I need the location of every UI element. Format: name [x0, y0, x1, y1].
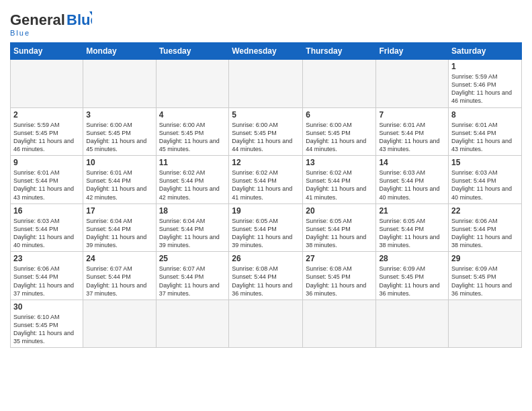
calendar-day-3: 3Sunrise: 6:00 AMSunset: 5:45 PMDaylight… [83, 107, 156, 156]
day-header-wednesday: Wednesday [229, 43, 303, 60]
calendar-day-9: 9Sunrise: 6:01 AMSunset: 5:44 PMDaylight… [11, 156, 83, 204]
calendar-day-28: 28Sunrise: 6:09 AMSunset: 5:45 PMDayligh… [376, 252, 449, 300]
day-number: 29 [451, 254, 519, 263]
day-info: Sunrise: 6:08 AMSunset: 5:45 PMDaylight:… [306, 265, 373, 298]
calendar-day-5: 5Sunrise: 6:00 AMSunset: 5:45 PMDaylight… [229, 107, 303, 156]
day-info: Sunrise: 6:08 AMSunset: 5:44 PMDaylight:… [232, 265, 300, 298]
day-header-friday: Friday [376, 43, 449, 60]
day-header-tuesday: Tuesday [156, 43, 229, 60]
calendar-week-6: 30Sunrise: 6:10 AMSunset: 5:45 PMDayligh… [11, 300, 522, 348]
day-number: 24 [86, 254, 152, 263]
svg-text:Blue: Blue [66, 11, 92, 28]
calendar-day-empty [229, 60, 303, 108]
calendar-header-row: SundayMondayTuesdayWednesdayThursdayFrid… [11, 43, 522, 60]
day-number: 25 [159, 254, 226, 263]
day-info: Sunrise: 6:01 AMSunset: 5:44 PMDaylight:… [86, 169, 152, 201]
day-info: Sunrise: 6:04 AMSunset: 5:44 PMDaylight:… [159, 217, 226, 250]
calendar-week-2: 2Sunrise: 5:59 AMSunset: 5:45 PMDaylight… [11, 107, 522, 156]
calendar-day-7: 7Sunrise: 6:01 AMSunset: 5:44 PMDaylight… [376, 107, 449, 156]
day-number: 17 [86, 206, 152, 216]
day-info: Sunrise: 6:06 AMSunset: 5:44 PMDaylight:… [13, 265, 80, 298]
day-number: 30 [13, 302, 80, 312]
calendar-day-16: 16Sunrise: 6:03 AMSunset: 5:44 PMDayligh… [11, 203, 83, 252]
calendar-week-3: 9Sunrise: 6:01 AMSunset: 5:44 PMDaylight… [11, 156, 522, 204]
day-number: 10 [86, 158, 152, 167]
logo: General Blue Blue [10, 7, 92, 37]
day-number: 18 [159, 206, 226, 216]
day-info: Sunrise: 6:00 AMSunset: 5:45 PMDaylight:… [159, 121, 226, 154]
day-number: 1 [451, 62, 519, 71]
day-number: 11 [159, 158, 226, 167]
calendar-day-27: 27Sunrise: 6:08 AMSunset: 5:45 PMDayligh… [303, 252, 376, 300]
calendar-day-empty [376, 300, 449, 348]
day-number: 13 [306, 158, 373, 167]
calendar-day-empty [156, 60, 229, 108]
calendar-day-24: 24Sunrise: 6:07 AMSunset: 5:44 PMDayligh… [83, 252, 156, 300]
day-number: 5 [232, 110, 300, 120]
calendar-day-20: 20Sunrise: 6:05 AMSunset: 5:44 PMDayligh… [303, 203, 376, 252]
calendar-week-1: 1Sunrise: 5:59 AMSunset: 5:46 PMDaylight… [11, 60, 522, 108]
day-info: Sunrise: 6:06 AMSunset: 5:44 PMDaylight:… [451, 217, 519, 250]
day-header-sunday: Sunday [11, 43, 83, 60]
day-info: Sunrise: 6:00 AMSunset: 5:45 PMDaylight:… [86, 121, 152, 154]
calendar-day-21: 21Sunrise: 6:05 AMSunset: 5:44 PMDayligh… [376, 203, 449, 252]
logo-tagline: Blue [10, 29, 30, 37]
day-number: 2 [13, 110, 80, 120]
calendar-day-4: 4Sunrise: 6:00 AMSunset: 5:45 PMDaylight… [156, 107, 229, 156]
day-info: Sunrise: 6:05 AMSunset: 5:44 PMDaylight:… [306, 217, 373, 250]
day-info: Sunrise: 6:00 AMSunset: 5:45 PMDaylight:… [232, 121, 300, 154]
calendar-day-empty [11, 60, 83, 108]
calendar-day-empty [229, 300, 303, 348]
calendar-day-14: 14Sunrise: 6:03 AMSunset: 5:44 PMDayligh… [376, 156, 449, 204]
calendar-day-18: 18Sunrise: 6:04 AMSunset: 5:44 PMDayligh… [156, 203, 229, 252]
day-number: 7 [379, 110, 445, 120]
day-info: Sunrise: 6:00 AMSunset: 5:45 PMDaylight:… [306, 121, 373, 154]
day-info: Sunrise: 6:03 AMSunset: 5:44 PMDaylight:… [379, 169, 445, 201]
day-number: 28 [379, 254, 445, 263]
calendar-week-5: 23Sunrise: 6:06 AMSunset: 5:44 PMDayligh… [11, 252, 522, 300]
calendar-day-17: 17Sunrise: 6:04 AMSunset: 5:44 PMDayligh… [83, 203, 156, 252]
calendar-day-empty [303, 60, 376, 108]
day-info: Sunrise: 6:05 AMSunset: 5:44 PMDaylight:… [379, 217, 445, 250]
calendar-day-12: 12Sunrise: 6:02 AMSunset: 5:44 PMDayligh… [229, 156, 303, 204]
calendar-day-19: 19Sunrise: 6:05 AMSunset: 5:44 PMDayligh… [229, 203, 303, 252]
calendar-day-2: 2Sunrise: 5:59 AMSunset: 5:45 PMDaylight… [11, 107, 83, 156]
calendar-day-empty [376, 60, 449, 108]
day-info: Sunrise: 6:05 AMSunset: 5:44 PMDaylight:… [232, 217, 300, 250]
day-number: 12 [232, 158, 300, 167]
calendar-day-10: 10Sunrise: 6:01 AMSunset: 5:44 PMDayligh… [83, 156, 156, 204]
day-info: Sunrise: 6:09 AMSunset: 5:45 PMDaylight:… [451, 265, 519, 298]
day-header-thursday: Thursday [303, 43, 376, 60]
day-info: Sunrise: 6:01 AMSunset: 5:44 PMDaylight:… [379, 121, 445, 154]
day-header-monday: Monday [83, 43, 156, 60]
logo-general-text: General [10, 13, 65, 28]
calendar-day-15: 15Sunrise: 6:03 AMSunset: 5:44 PMDayligh… [449, 156, 522, 204]
day-info: Sunrise: 6:03 AMSunset: 5:44 PMDaylight:… [13, 217, 80, 250]
day-number: 14 [379, 158, 445, 167]
calendar-day-empty [83, 300, 156, 348]
day-info: Sunrise: 6:07 AMSunset: 5:44 PMDaylight:… [86, 265, 152, 298]
day-info: Sunrise: 6:02 AMSunset: 5:44 PMDaylight:… [232, 169, 300, 201]
day-number: 6 [306, 110, 373, 120]
calendar-week-4: 16Sunrise: 6:03 AMSunset: 5:44 PMDayligh… [11, 203, 522, 252]
day-number: 27 [306, 254, 373, 263]
calendar-day-11: 11Sunrise: 6:02 AMSunset: 5:44 PMDayligh… [156, 156, 229, 204]
day-number: 19 [232, 206, 300, 216]
day-info: Sunrise: 6:02 AMSunset: 5:44 PMDaylight:… [306, 169, 373, 201]
day-number: 26 [232, 254, 300, 263]
day-number: 20 [306, 206, 373, 216]
day-number: 15 [451, 158, 519, 167]
calendar-day-empty [156, 300, 229, 348]
calendar-day-1: 1Sunrise: 5:59 AMSunset: 5:46 PMDaylight… [449, 60, 522, 108]
calendar-day-13: 13Sunrise: 6:02 AMSunset: 5:44 PMDayligh… [303, 156, 376, 204]
calendar-day-30: 30Sunrise: 6:10 AMSunset: 5:45 PMDayligh… [11, 300, 83, 348]
day-info: Sunrise: 5:59 AMSunset: 5:46 PMDaylight:… [451, 73, 519, 105]
calendar-day-29: 29Sunrise: 6:09 AMSunset: 5:45 PMDayligh… [449, 252, 522, 300]
calendar-day-26: 26Sunrise: 6:08 AMSunset: 5:44 PMDayligh… [229, 252, 303, 300]
day-info: Sunrise: 6:10 AMSunset: 5:45 PMDaylight:… [13, 313, 80, 346]
calendar-day-6: 6Sunrise: 6:00 AMSunset: 5:45 PMDaylight… [303, 107, 376, 156]
day-info: Sunrise: 6:01 AMSunset: 5:44 PMDaylight:… [451, 121, 519, 154]
calendar-day-23: 23Sunrise: 6:06 AMSunset: 5:44 PMDayligh… [11, 252, 83, 300]
logo-icon: Blue [66, 10, 92, 28]
day-info: Sunrise: 6:01 AMSunset: 5:44 PMDaylight:… [13, 169, 80, 201]
